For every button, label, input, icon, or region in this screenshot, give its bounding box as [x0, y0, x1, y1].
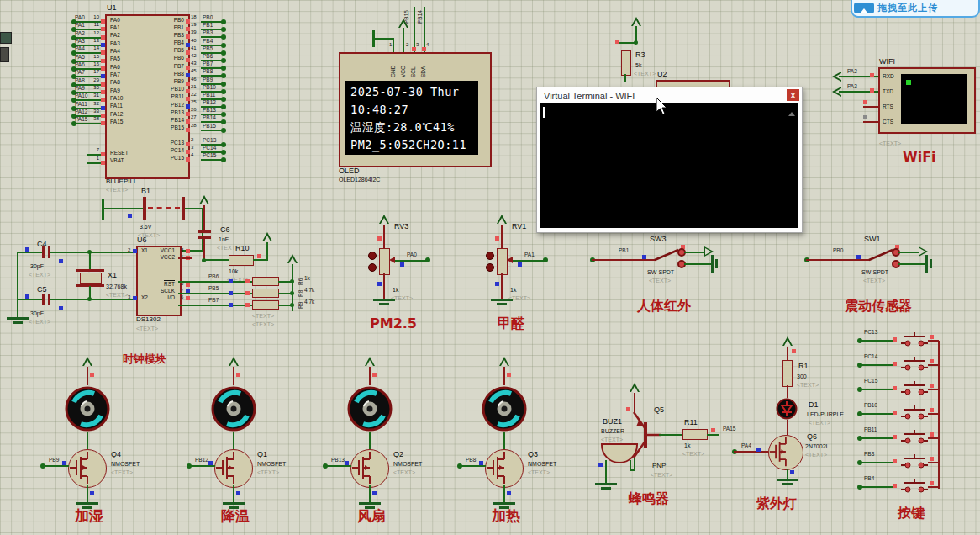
- wire: [292, 264, 293, 311]
- button-row: PC15: [857, 377, 975, 401]
- oled-pin2: 2: [406, 42, 408, 48]
- pin-marker: [133, 249, 137, 253]
- u6-part: DS1302: [136, 316, 161, 323]
- push-button[interactable]: [901, 478, 928, 496]
- wire: [859, 413, 893, 415]
- u6-placeholder: <TEXT>: [136, 326, 158, 332]
- c5-placeholder: <TEXT>: [29, 319, 50, 326]
- net-label: PB5: [208, 285, 219, 291]
- virtual-terminal-window[interactable]: Virtual Terminal - WIFI x: [536, 87, 803, 233]
- wire: [203, 259, 229, 261]
- pin-marker: [893, 484, 897, 488]
- mosfet-part: NMOSFET: [257, 461, 286, 468]
- push-button[interactable]: [901, 331, 928, 350]
- led-purple[interactable]: [776, 398, 798, 420]
- oled-pin-label-scl: SCL: [410, 66, 416, 77]
- resistor-r10[interactable]: [229, 255, 254, 266]
- push-button[interactable]: [901, 429, 928, 448]
- pin-marker: [615, 40, 619, 44]
- motor[interactable]: [64, 385, 111, 432]
- mosfet-symbol: [485, 449, 522, 486]
- terminal-output[interactable]: [540, 103, 798, 228]
- pin-marker: [479, 461, 483, 465]
- button-row: PB11: [857, 426, 975, 450]
- resistor-body[interactable]: [252, 277, 279, 286]
- power-arrow: [398, 19, 408, 28]
- pin-number: 46: [191, 77, 197, 82]
- motor[interactable]: [210, 385, 257, 432]
- buzzer-group: Q5 PA15 R11 1k <TEXT> BUZ1 BUZZER <TEXT>…: [580, 370, 756, 513]
- pin-name: PB9: [140, 78, 184, 85]
- pin-marker: [893, 362, 897, 366]
- pin-marker: [186, 157, 190, 162]
- power-arrow: [82, 357, 92, 366]
- crystal-x1[interactable]: [80, 273, 102, 284]
- edge-tool-icon[interactable]: [0, 32, 12, 44]
- terminal-title-bar[interactable]: Virtual Terminal - WIFI x: [537, 87, 802, 103]
- motor[interactable]: [481, 385, 528, 432]
- pin-marker: [229, 279, 233, 283]
- schematic-canvas[interactable]: U1 PA0 10 PA0 PA1 11: [0, 0, 980, 535]
- wire: [201, 130, 223, 131]
- push-button[interactable]: [901, 405, 928, 423]
- pin-marker: [507, 373, 511, 377]
- pin-marker: [893, 386, 897, 390]
- power-arrow: [630, 383, 640, 392]
- pin-marker: [642, 255, 646, 259]
- u1-right-pin-row: PB5 41 PB5: [71, 47, 240, 55]
- wire: [87, 485, 88, 502]
- switch-cn-label: 人体红外: [597, 298, 731, 315]
- wifi-group: WIFI RXD TXD RTS CTS PA2 PA3 <TEXT> WiFi: [824, 46, 980, 172]
- resistor-ref: R9: [298, 302, 303, 309]
- pin-marker: [128, 214, 132, 218]
- pin-marker: [930, 432, 934, 437]
- resistor-r11[interactable]: [682, 429, 708, 440]
- motor[interactable]: [346, 385, 393, 432]
- pot-knob[interactable]: [486, 252, 494, 260]
- mosfet-symbol: [214, 449, 251, 486]
- buz1-placeholder: <TEXT>: [601, 437, 623, 443]
- pin-marker: [518, 262, 522, 267]
- pot-knob[interactable]: [368, 252, 377, 260]
- close-icon[interactable]: x: [787, 89, 799, 101]
- wire: [592, 259, 656, 261]
- pin-marker: [257, 254, 261, 258]
- net-label: PC13: [864, 329, 877, 335]
- pin-marker: [133, 296, 137, 300]
- oled-pin4: 4: [426, 42, 429, 48]
- net-label: PB3: [203, 29, 213, 35]
- wire: [383, 225, 385, 248]
- switch-group: SW1 PB0 SW-SPDT <TEXT> 震动传感器: [803, 227, 954, 320]
- power-arrow: [287, 254, 298, 263]
- pin-name: VCC2: [140, 254, 175, 261]
- push-button[interactable]: [901, 453, 928, 472]
- crystal-plate: [76, 269, 104, 272]
- upload-drop-button[interactable]: 拖拽至此上传: [851, 0, 980, 18]
- pin-marker: [930, 457, 934, 461]
- net-label: PB0: [833, 247, 843, 253]
- resistor-r3[interactable]: [621, 50, 631, 76]
- resistor-body[interactable]: [252, 289, 279, 298]
- u6-bus-resistors: PB6 R6 1k PB5: [178, 274, 346, 310]
- push-button[interactable]: [901, 356, 928, 374]
- wire: [188, 465, 215, 467]
- pot-value: 1k: [393, 287, 398, 294]
- oled-pin1: 1: [389, 42, 392, 48]
- pot-knob[interactable]: [368, 263, 377, 272]
- net-label: PB4: [203, 38, 213, 44]
- push-button[interactable]: [901, 380, 928, 399]
- wire: [17, 299, 42, 300]
- wire: [178, 281, 252, 283]
- pin-marker: [62, 461, 66, 465]
- c6-value: 1nF: [219, 236, 229, 243]
- pot-knob[interactable]: [486, 263, 494, 272]
- pin-name: PB0: [140, 17, 184, 24]
- resistor-body[interactable]: [252, 300, 279, 310]
- gate-net-label: PB13: [331, 457, 345, 463]
- u1-right-pins: PB0 18 PB0 PB1 19 PB1 PB: [71, 16, 240, 132]
- resistor-r1[interactable]: [782, 360, 793, 387]
- scroll-up-icon[interactable]: [788, 109, 795, 116]
- pin-marker: [856, 255, 861, 259]
- buzzer-cn-label: 蜂鸣器: [629, 490, 669, 508]
- edge-tool-icon2[interactable]: [0, 47, 9, 62]
